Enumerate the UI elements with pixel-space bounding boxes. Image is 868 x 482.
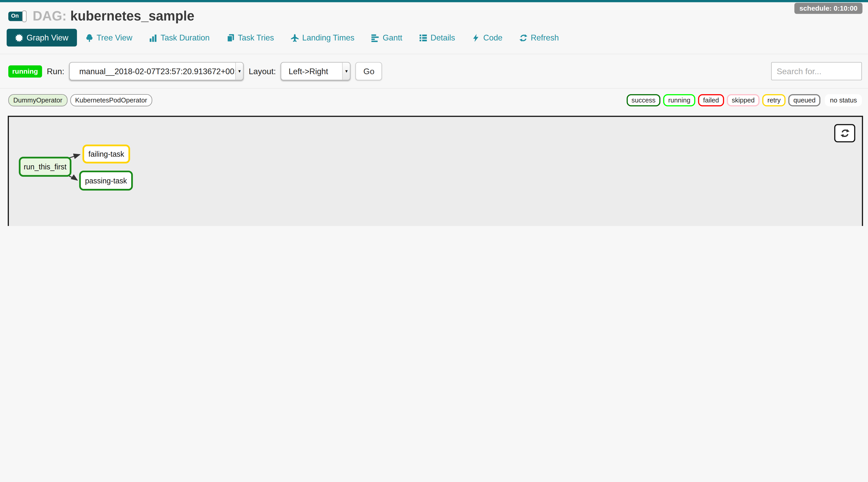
run-select[interactable]: manual__2018-02-07T23:57:20.913672+00:00… <box>69 62 244 80</box>
toggle-on-label: On <box>8 13 19 19</box>
dag-edges <box>9 117 862 226</box>
select-caret-strip[interactable]: ▼ <box>236 62 243 80</box>
layout-select-value: Left->Right <box>282 62 342 80</box>
tab-label: Landing Times <box>302 33 354 42</box>
search-input[interactable] <box>771 62 862 80</box>
airflow-graph-view-page: schedule: 0:10:00 On DAG: kubernetes_sam… <box>0 0 868 226</box>
plane-icon <box>291 33 299 42</box>
run-select-value: manual__2018-02-07T23:57:20.913672+00:00 <box>70 62 235 80</box>
tree-icon <box>85 33 93 42</box>
layout-select[interactable]: Left->Right ▼ <box>281 62 350 80</box>
edge-run-this-first-to-passing-task <box>69 176 77 180</box>
tab-refresh[interactable]: Refresh <box>511 29 567 47</box>
go-button[interactable]: Go <box>356 62 382 80</box>
task-node-passing-task[interactable]: passing-task <box>79 171 133 191</box>
state-pill-failed: failed <box>698 94 724 107</box>
starburst-icon <box>15 33 23 42</box>
tab-task-tries[interactable]: Task Tries <box>218 29 282 47</box>
tab-label: Task Tries <box>238 33 274 42</box>
tab-graph-view[interactable]: Graph View <box>7 29 77 47</box>
top-accent-bar <box>0 0 868 2</box>
task-node-failing-task[interactable]: failing-task <box>83 145 130 163</box>
operator-pill-kubernetespod: KubernetesPodOperator <box>70 94 152 107</box>
view-tabs: Graph View Tree View Task Duration Task … <box>0 25 868 47</box>
refresh-icon <box>840 128 849 138</box>
graph-refresh-button[interactable] <box>834 124 855 142</box>
toggle-knob[interactable] <box>22 10 26 22</box>
tab-details[interactable]: Details <box>411 29 464 47</box>
tab-code[interactable]: Code <box>463 29 511 47</box>
state-pill-skipped: skipped <box>727 94 760 107</box>
list-icon <box>419 33 427 42</box>
tab-label: Gantt <box>383 33 402 42</box>
chevron-down-icon: ▼ <box>238 69 242 74</box>
tab-task-duration[interactable]: Task Duration <box>141 29 218 47</box>
tab-label: Code <box>483 33 502 42</box>
tab-label: Tree View <box>97 33 132 42</box>
dag-prefix-label: DAG: <box>33 8 67 23</box>
chevron-down-icon: ▼ <box>345 69 349 74</box>
schedule-badge: schedule: 0:10:00 <box>794 3 862 14</box>
dag-graph-canvas[interactable]: run_this_first failing-task passing-task <box>8 116 863 226</box>
state-pill-queued: queued <box>788 94 820 107</box>
layout-label: Layout: <box>249 66 276 76</box>
bar-chart-icon <box>149 33 157 42</box>
run-controls-row: running Run: manual__2018-02-07T23:57:20… <box>0 54 868 88</box>
task-node-run-this-first[interactable]: run_this_first <box>19 157 71 177</box>
tab-label: Task Duration <box>160 33 210 42</box>
tab-landing-times[interactable]: Landing Times <box>282 29 363 47</box>
dag-on-off-toggle[interactable]: On <box>8 11 25 21</box>
align-left-icon <box>371 33 379 42</box>
dag-name: kubernetes_sample <box>70 8 194 23</box>
copy-icon <box>226 33 235 42</box>
state-legend: success running failed skipped retry que… <box>627 94 862 107</box>
run-label: Run: <box>46 66 64 76</box>
operator-legend: DummyOperator KubernetesPodOperator <box>8 94 152 107</box>
page-title: DAG: kubernetes_sample <box>33 8 194 24</box>
tab-label: Details <box>431 33 455 42</box>
bolt-icon <box>472 33 480 42</box>
tab-tree-view[interactable]: Tree View <box>77 29 141 47</box>
legend-row: DummyOperator KubernetesPodOperator succ… <box>0 89 868 112</box>
tab-label: Refresh <box>531 33 559 42</box>
dag-title-row: On DAG: kubernetes_sample <box>0 2 868 25</box>
state-pill-success: success <box>627 94 660 107</box>
edge-run-this-first-to-failing-task <box>69 155 80 158</box>
state-pill-no-status: no status <box>825 94 862 107</box>
operator-pill-dummy: DummyOperator <box>8 94 67 107</box>
state-pill-retry: retry <box>763 94 786 107</box>
dag-run-state-badge: running <box>8 65 42 77</box>
tab-label: Graph View <box>26 33 68 42</box>
select-caret-strip[interactable]: ▼ <box>342 62 350 80</box>
state-pill-running: running <box>663 94 695 107</box>
tab-gantt[interactable]: Gantt <box>363 29 411 47</box>
refresh-icon <box>519 33 527 42</box>
